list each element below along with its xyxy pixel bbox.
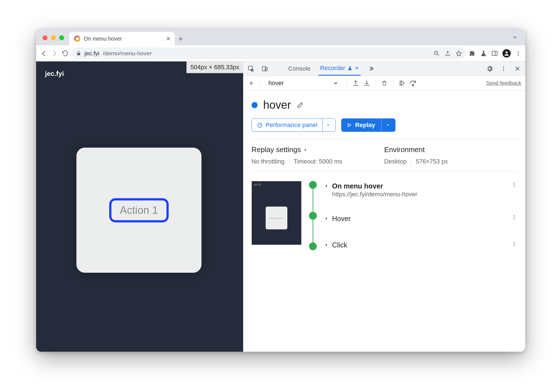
step-play-icon[interactable] (398, 79, 406, 87)
svg-point-10 (503, 68, 504, 69)
side-panel-icon[interactable] (491, 50, 498, 57)
replay-settings-header[interactable]: Replay settings (251, 145, 384, 154)
timeline-dot (309, 212, 317, 220)
fullscreen-window-button[interactable] (59, 35, 64, 40)
address-toolbar: jec.fyi/demo/menu-hover (36, 45, 525, 61)
delete-icon[interactable] (380, 79, 388, 87)
forward-button[interactable] (51, 49, 58, 57)
demo-card: Action 1 (76, 148, 201, 273)
devtools-menu-icon[interactable] (500, 65, 507, 73)
address-bar[interactable]: jec.fyi/demo/menu-hover (72, 48, 466, 59)
url-host: jec.fyi (84, 50, 99, 57)
step-title: On menu hover (332, 182, 417, 190)
browser-window: On menu hover jec.fyi/demo/menu-hover (36, 29, 525, 352)
share-icon[interactable] (445, 50, 451, 56)
extensions-icon[interactable] (469, 50, 476, 57)
more-tabs-icon[interactable] (367, 65, 375, 73)
replay-settings-section: Replay settings No throttling Timeout: 5… (251, 139, 517, 172)
chevron-down-icon[interactable] (381, 118, 390, 132)
gear-icon[interactable] (486, 65, 494, 73)
chevron-right-icon (324, 184, 329, 188)
svg-point-18 (514, 217, 514, 218)
device-value: Desktop (384, 158, 412, 165)
svg-rect-7 (262, 66, 266, 71)
profile-avatar[interactable] (502, 49, 511, 58)
tab-console[interactable]: Console (287, 61, 312, 76)
step-menu-button[interactable] (511, 241, 517, 247)
recorder-toolbar: hover Send feedback (243, 76, 525, 90)
recording-header: hover (251, 99, 517, 111)
step-menu-button[interactable] (511, 182, 517, 188)
favicon-icon (74, 36, 80, 42)
device-toolbar-icon[interactable] (261, 65, 269, 73)
svg-point-11 (503, 70, 504, 71)
export-icon[interactable] (352, 79, 360, 87)
send-feedback-link[interactable]: Send feedback (486, 80, 521, 86)
svg-point-9 (503, 66, 504, 67)
step-item[interactable]: Click (324, 240, 517, 250)
labs-flask-icon[interactable] (480, 50, 487, 57)
svg-point-19 (514, 219, 514, 219)
devtools-tabbar: Console Recorder (243, 61, 525, 76)
import-icon[interactable] (363, 79, 371, 87)
close-devtools-icon[interactable] (514, 65, 521, 73)
svg-point-20 (514, 242, 514, 243)
tab-title: On menu hover (84, 36, 122, 42)
back-button[interactable] (40, 49, 48, 57)
add-recording-button[interactable] (247, 79, 255, 87)
svg-point-14 (514, 183, 514, 184)
timeline-dot (309, 242, 317, 250)
reload-button[interactable] (61, 49, 69, 57)
screenshot-thumbnail[interactable]: jec.fyi Hover over this (251, 181, 302, 245)
step-over-icon[interactable] (409, 79, 417, 87)
devtools-panel: Console Recorder hove (243, 61, 525, 352)
timeline-dot (309, 181, 317, 189)
throttling-value: No throttling (251, 158, 289, 165)
steps-section: jec.fyi Hover over this (251, 172, 517, 250)
chevron-down-icon[interactable] (322, 119, 330, 132)
edit-title-button[interactable] (297, 101, 304, 109)
dimension-overlay: 504px × 685.33px (186, 61, 243, 73)
new-tab-button[interactable] (178, 36, 184, 42)
browser-menu-button[interactable] (515, 50, 521, 56)
close-tab-icon[interactable] (355, 66, 359, 70)
browser-tab[interactable]: On menu hover (69, 32, 175, 45)
recording-select[interactable]: hover (265, 78, 342, 88)
svg-point-15 (514, 184, 514, 185)
svg-point-2 (505, 51, 507, 53)
svg-point-3 (518, 51, 519, 52)
svg-point-4 (518, 53, 519, 54)
close-tab-button[interactable] (166, 36, 171, 41)
timeline (308, 181, 318, 250)
step-url: https://jec.fyi/demo/menu-hover (332, 191, 417, 198)
performance-panel-button[interactable]: Performance panel (251, 118, 336, 132)
page-viewport: jec.fyi 504px × 685.33px Action 1 (36, 61, 243, 352)
recording-title: hover (263, 99, 291, 111)
close-window-button[interactable] (43, 35, 48, 40)
tab-recorder[interactable]: Recorder (318, 61, 361, 76)
play-icon (347, 123, 352, 128)
chevron-right-icon (324, 243, 329, 247)
chevron-down-icon (333, 80, 338, 86)
svg-rect-1 (492, 51, 497, 56)
step-title: Hover (332, 215, 351, 223)
inspect-element-icon[interactable] (247, 65, 255, 73)
step-item[interactable]: Hover (324, 214, 517, 224)
lock-icon (76, 51, 81, 56)
svg-point-17 (514, 215, 514, 216)
viewport-value: 576×753 px (416, 158, 452, 165)
svg-point-12 (412, 84, 414, 86)
zoom-out-icon[interactable] (434, 50, 440, 56)
svg-point-21 (514, 243, 514, 244)
tab-strip: On menu hover (36, 29, 525, 45)
minimize-window-button[interactable] (51, 35, 56, 40)
tab-dropdown-button[interactable] (512, 34, 518, 40)
step-menu-button[interactable] (511, 215, 517, 220)
svg-point-16 (514, 186, 514, 187)
replay-button[interactable]: Replay (341, 118, 395, 132)
bookmark-star-icon[interactable] (456, 50, 462, 56)
flask-icon (347, 66, 352, 71)
timeout-value: Timeout: 5000 ms (294, 158, 347, 165)
step-item[interactable]: On menu hover https://jec.fyi/demo/menu-… (324, 181, 517, 199)
action-button[interactable]: Action 1 (109, 198, 168, 222)
